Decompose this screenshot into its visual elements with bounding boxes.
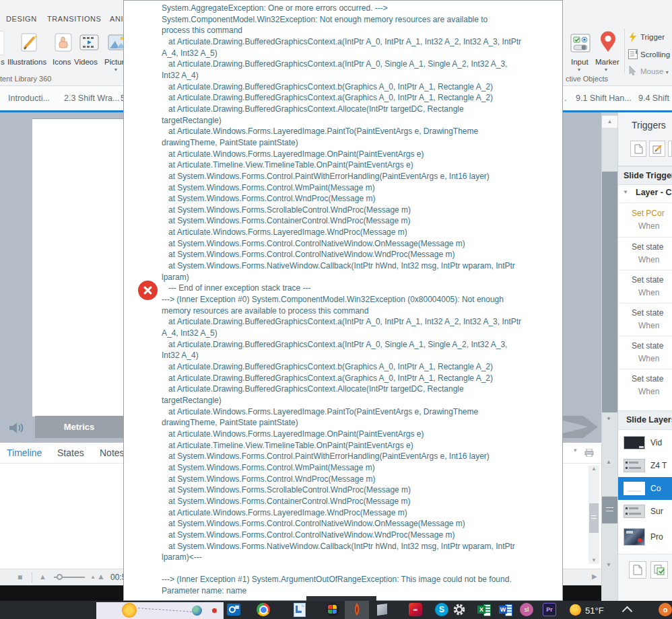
- error-dialog[interactable]: System.AggregateException: One or more e…: [123, 0, 563, 601]
- slack-icon[interactable]: sl: [520, 603, 533, 616]
- timeline-scrollbar[interactable]: ▲ ▼: [589, 466, 599, 564]
- trigger-button[interactable]: Trigger: [640, 33, 665, 41]
- tab-states[interactable]: States: [57, 447, 84, 458]
- tray-caret-icon[interactable]: [622, 606, 633, 617]
- canvas-scroll-track[interactable]: [602, 128, 617, 172]
- red-dot-icon: [212, 608, 217, 613]
- collapse-down-icon[interactable]: ▼: [606, 416, 611, 422]
- zoom-small-icon[interactable]: ▲: [90, 574, 96, 580]
- triggers-panel-title: Triggers: [632, 120, 666, 131]
- marker-dropdown-caret[interactable]: ▾: [605, 67, 607, 73]
- background-window-sliver: [306, 596, 376, 601]
- collapse-up-icon[interactable]: ▲: [606, 459, 611, 465]
- canvas-scroll-thumb[interactable]: [602, 172, 617, 412]
- play-button[interactable]: ▲: [39, 573, 46, 581]
- panel-scroll-strip[interactable]: ▲ ▼ ▲ ▼: [601, 112, 618, 601]
- audio-speaker-icon[interactable]: [8, 421, 26, 435]
- weather-sun-icon[interactable]: [570, 604, 581, 616]
- input-dropdown-caret[interactable]: ▾: [578, 67, 580, 73]
- layer-row-video[interactable]: Vid: [618, 431, 672, 454]
- videos-icon[interactable]: [77, 31, 100, 54]
- trigger-item[interactable]: Set PCor When: [618, 204, 672, 237]
- scroll-up-icon[interactable]: ▲: [591, 466, 597, 472]
- slide-tab-2-3[interactable]: 2.3 Shift Wra...: [64, 94, 119, 103]
- new-trigger-button[interactable]: [630, 141, 646, 157]
- premiere-icon[interactable]: Pr: [543, 603, 556, 616]
- word-icon[interactable]: W: [499, 603, 512, 616]
- timeline-options-caret[interactable]: ▾: [574, 447, 577, 453]
- marker-button[interactable]: Marker: [595, 58, 619, 66]
- scroll-right-icon[interactable]: ▶: [592, 573, 597, 580]
- color-wheel-app-icon[interactable]: [326, 603, 339, 616]
- videos-button[interactable]: Videos: [74, 58, 98, 66]
- slide-triggers-header-label: Slide Triggers: [624, 171, 672, 180]
- excel-icon[interactable]: X: [477, 603, 491, 616]
- edit-trigger-button[interactable]: [649, 141, 665, 157]
- duplicate-layer-button[interactable]: [650, 561, 668, 579]
- skype-icon[interactable]: S: [435, 603, 448, 616]
- globe-icon: [192, 606, 202, 616]
- new-layer-button[interactable]: [629, 561, 646, 579]
- banner-chevron-fragment: [563, 416, 601, 438]
- scrollbar-thumb[interactable]: [589, 503, 599, 533]
- trigger-when: When: [638, 221, 659, 231]
- chrome-icon[interactable]: [257, 603, 270, 616]
- slide-tab-introduction[interactable]: Introducti...: [8, 94, 50, 103]
- tab-notes[interactable]: Notes: [100, 447, 125, 458]
- mouse-button[interactable]: Mouse ▾: [640, 67, 669, 75]
- stack-trace-text: System.AggregateException: One or more e…: [162, 3, 560, 597]
- ribbon-tab-transitions[interactable]: TRANSITIONS: [47, 15, 102, 23]
- layer-row-process[interactable]: Pro: [618, 524, 672, 550]
- tab-timeline[interactable]: Timeline: [7, 447, 42, 458]
- trigger-item[interactable]: Set state When: [618, 369, 672, 402]
- settings-gear-icon[interactable]: [452, 603, 466, 616]
- trigger-item[interactable]: Set state When: [618, 270, 672, 303]
- illustrations-button[interactable]: Illustrations: [7, 58, 46, 66]
- splitter-handle[interactable]: [602, 497, 617, 523]
- peek-window[interactable]: [96, 602, 224, 619]
- controls-divider: [32, 572, 32, 583]
- slide-tab-fragment[interactable]: .: [564, 94, 566, 103]
- layer-row-z4[interactable]: Z4 T: [618, 454, 672, 477]
- collapse-triangle-icon[interactable]: ▼: [623, 189, 628, 195]
- canvas-scroll-up-button[interactable]: ▲: [602, 116, 617, 128]
- docs-app-icon[interactable]: [294, 603, 307, 616]
- trigger-item[interactable]: Set state When: [618, 336, 672, 369]
- layer-label: Vid: [650, 438, 662, 447]
- slide-tab-9-4[interactable]: 9.4 Shift: [638, 94, 669, 103]
- icons-icon[interactable]: [52, 31, 75, 54]
- ribbon-tab-design[interactable]: DESIGN: [6, 15, 37, 23]
- 3d-viewer-icon[interactable]: [376, 603, 389, 616]
- input-icon[interactable]: [569, 32, 592, 55]
- trigger-item[interactable]: Set state When: [618, 303, 672, 336]
- cut-ribbon-button: [0, 31, 4, 55]
- scrolling-panel-button[interactable]: Scrolling Panel: [640, 50, 672, 59]
- layer-row-selected[interactable]: Co: [618, 477, 672, 500]
- input-button[interactable]: Input: [571, 58, 589, 66]
- print-icon[interactable]: [584, 447, 594, 456]
- layer-row-survey[interactable]: Sur: [618, 500, 672, 523]
- slide-tab-9-1[interactable]: 9.1 Shift Han...: [576, 94, 632, 103]
- icons-button[interactable]: Icons: [53, 58, 71, 66]
- storyline-active-app-tile[interactable]: [345, 601, 369, 619]
- trigger-action: Set state: [632, 308, 663, 318]
- error-icon: [138, 281, 158, 300]
- cut-panel-button[interactable]: [668, 141, 672, 157]
- seek-handle[interactable]: [57, 574, 63, 580]
- zoom-large-icon[interactable]: ▲: [97, 572, 105, 581]
- trigger-item[interactable]: Set state When: [618, 237, 672, 270]
- collapse-down-icon-2[interactable]: ▼: [606, 562, 611, 568]
- illustrations-icon[interactable]: [18, 31, 41, 54]
- outlook-icon[interactable]: [227, 603, 240, 616]
- stop-button[interactable]: ■: [18, 573, 22, 582]
- layer-thumbnail: [624, 482, 645, 495]
- scroll-down-icon[interactable]: ▼: [591, 557, 597, 563]
- trigger-when: When: [638, 288, 659, 297]
- layer-group-row[interactable]: ▼ Layer - C: [618, 184, 672, 203]
- weather-temperature[interactable]: 51°F: [585, 606, 604, 616]
- marker-icon[interactable]: [597, 31, 619, 54]
- metrics-banner[interactable]: Metrics: [35, 416, 123, 438]
- pictures-dropdown-caret[interactable]: ▾: [114, 67, 117, 73]
- adobe-cc-icon[interactable]: ∞: [409, 603, 422, 616]
- tray-app-icon[interactable]: o: [659, 603, 672, 616]
